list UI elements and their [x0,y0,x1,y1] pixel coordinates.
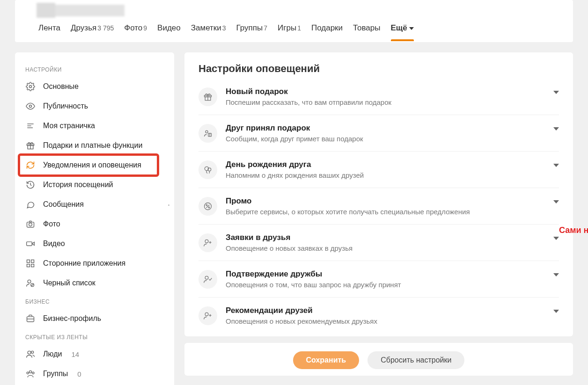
profile-blur [39,5,125,16]
chevron-down-icon [553,273,559,276]
svg-point-24 [32,372,34,374]
percent-icon [198,197,217,216]
main-content: Настройки оповещений Новый подарок Поспе… [184,52,573,385]
notif-desc: Сообщим, когда друг примет ваш подарок [226,135,545,143]
sidebar-item-business-profile[interactable]: Бизнес-профиль [15,309,174,328]
save-button[interactable]: Сохранить [293,351,360,369]
tab-label: Заметки [191,23,221,32]
svg-point-21 [31,351,34,353]
svg-point-20 [28,351,31,354]
notif-row-new-gift[interactable]: Новый подарок Поспешим рассказать, что в… [198,83,559,115]
nav-tabs: Лента Друзья3 795 Фото9 Видео Заметки3 Г… [29,23,559,41]
sidebar-item-general[interactable]: Основные [15,77,174,96]
tab-label: Ещё [391,23,407,32]
balloon-icon [198,160,217,179]
svg-line-18 [31,284,34,286]
notif-desc: Оповещения о новых рекомендуемых друзьях [226,317,545,325]
notif-desc: Напомним о днях рождения ваших друзей [226,171,545,179]
tab-feed[interactable]: Лента [38,23,60,41]
notif-text: Подтверждение дружбы Оповещения о том, ч… [226,269,545,289]
sidebar-item-hidden-groups[interactable]: Группы 0 [15,364,174,384]
notif-row-friend-recommend[interactable]: Рекомендации друзей Оповещения о новых р… [198,297,559,334]
user-plus-icon [198,306,217,325]
tab-label: Группы [236,23,263,32]
sidebar-item-privacy[interactable]: Публичность [15,96,174,116]
briefcase-icon [25,313,36,324]
sidebar-item-history[interactable]: История посещений [15,175,174,195]
chevron-down-icon [553,164,559,167]
notif-title: Новый подарок [226,87,545,96]
notif-title: Рекомендации друзей [226,306,545,315]
tab-games[interactable]: Игры1 [278,23,301,41]
sidebar-item-label: История посещений [43,181,113,189]
tab-gifts[interactable]: Подарки [311,23,343,41]
sidebar-item-count: 0 [77,370,81,378]
chevron-down-icon [553,200,559,203]
notif-desc: Поспешим рассказать, что вам отправили п… [226,98,545,106]
notif-text: Заявки в друзья Оповещение о новых заявк… [226,233,545,252]
gift-icon [198,87,217,106]
tab-label: Друзья [71,23,96,32]
tab-label: Игры [278,23,296,32]
tab-more[interactable]: Ещё [391,23,414,41]
sidebar-item-blacklist[interactable]: Черный список [15,273,174,293]
tab-count: 9 [143,24,147,32]
tab-notes[interactable]: Заметки3 [191,23,226,41]
tab-label: Товары [353,23,380,32]
video-icon [25,239,36,249]
gift-share-icon [198,124,217,143]
chevron-down-icon [553,91,559,94]
user-block-icon [25,278,36,288]
sidebar-item-label: Черный список [43,279,96,287]
tab-label: Лента [38,23,60,32]
top-nav: Лента Друзья3 795 Фото9 Видео Заметки3 Г… [15,0,573,42]
svg-rect-15 [31,264,34,267]
reset-button[interactable]: Сбросить настройки [368,351,464,369]
svg-rect-13 [31,260,34,263]
sidebar-item-hidden-people[interactable]: Люди 14 [15,344,174,364]
sidebar-item-label: Фото [43,220,60,228]
tab-groups[interactable]: Группы7 [236,23,267,41]
camera-icon [25,219,36,229]
sidebar-item-gifts[interactable]: Подарки и платные функции [15,136,174,155]
notif-row-promo[interactable]: Промо Выберите сервисы, о которых хотите… [198,188,559,224]
sidebar-item-label: Уведомления и оповещения [43,161,141,169]
tab-photos[interactable]: Фото9 [124,23,147,41]
sidebar-item-video[interactable]: Видео [15,234,174,254]
notif-row-friend-birthday[interactable]: День рождения друга Напомним о днях рожд… [198,151,559,188]
svg-rect-12 [27,260,30,263]
user-check-icon [198,270,217,289]
svg-point-0 [29,86,32,88]
sidebar-item-messages[interactable]: Сообщения [15,195,174,214]
refresh-bell-icon [25,160,36,170]
notif-row-friend-requests[interactable]: Заявки в друзья Оповещение о новых заявк… [198,224,559,261]
notif-row-friend-accepted-gift[interactable]: Друг принял подарок Сообщим, когда друг … [198,115,559,151]
tab-count: 3 [222,24,226,32]
tab-friends[interactable]: Друзья3 795 [71,23,114,41]
notif-text: Рекомендации друзей Оповещения о новых р… [226,306,545,325]
sidebar-section-settings: НАСТРОЙКИ [15,61,174,77]
tab-goods[interactable]: Товары [353,23,380,41]
tab-video[interactable]: Видео [157,23,181,41]
sidebar-item-thirdparty[interactable]: Сторонние приложения [15,254,174,273]
groups-icon [25,369,36,379]
eye-icon [25,101,36,111]
tab-count: 1 [297,24,301,32]
sidebar-item-label: Основные [43,82,79,91]
svg-line-34 [206,204,210,208]
sidebar-item-photo[interactable]: Фото [15,214,174,234]
svg-point-36 [208,207,210,208]
svg-point-40 [205,276,208,279]
svg-point-35 [206,204,207,206]
notif-title: Заявки в друзья [226,233,545,242]
notif-desc: Оповещение о новых заявках в друзья [226,244,545,252]
sidebar-item-label: Публичность [43,102,88,110]
tab-label: Фото [124,23,142,32]
sidebar-section-business: БИЗНЕС [15,293,174,309]
sidebar-item-mypage[interactable]: Моя страничка [15,116,174,136]
notif-text: Друг принял подарок Сообщим, когда друг … [226,123,545,143]
svg-point-1 [29,105,32,108]
gear-icon [25,81,36,92]
notif-row-friendship-confirmed[interactable]: Подтверждение дружбы Оповещения о том, ч… [198,261,559,297]
sidebar-item-notifications[interactable]: Уведомления и оповещения [15,155,174,175]
